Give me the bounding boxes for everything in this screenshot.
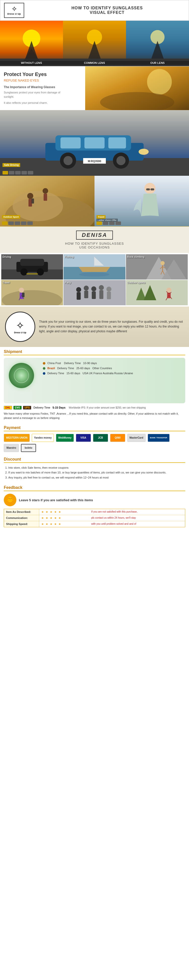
protect-desc2: sunlight. — [4, 95, 81, 99]
route-2-dest2: Other Countries — [93, 367, 112, 370]
svg-rect-34 — [28, 199, 32, 207]
outdoor-left-text: Outdoor Sport — [3, 216, 19, 218]
outdoor-right-text: Travel — [98, 216, 104, 218]
feedback-label-2: Communication: — [4, 515, 39, 521]
occasions-title-line2: USE OCCASIONS — [4, 245, 185, 249]
shipment-note: We have many other express Fedex, TNT ,A… — [4, 412, 185, 420]
travel-lens-3 — [109, 221, 115, 225]
carrier-ems: EMS — [13, 406, 22, 410]
occasion-label-driving: Driving — [3, 256, 11, 258]
svg-point-33 — [27, 193, 33, 199]
shipment-section: Shipment China Post Delivery Time 10-90 … — [0, 347, 189, 423]
feedback-row-1: Item As Described: ★ ★ ★ ★ ★ If you are … — [4, 509, 185, 515]
about-section: ✧ Dress U Up Thank you for your coming t… — [0, 307, 189, 347]
feedback-table: Item As Described: ★ ★ ★ ★ ★ If you are … — [4, 509, 185, 527]
svg-rect-20 — [60, 137, 80, 148]
route-item-2: Brazil Delivery Time 25-60 days Other Co… — [43, 367, 181, 370]
outdoor-left-lens-icons — [2, 221, 33, 225]
occasion-label-party: Party — [65, 281, 71, 284]
visual-effect-section: WITHOUT LENS COMMON LENS — [0, 21, 189, 66]
protect-image — [85, 67, 189, 110]
feedback-section: Feedback 🐥 Leave 5 stars if you are sati… — [0, 483, 189, 530]
shipment-circle — [9, 363, 34, 388]
feedback-emoji: 🐥 — [6, 496, 14, 504]
route-1-time: Delivery Time — [64, 361, 81, 364]
label-our-lens: OUR LENS — [126, 61, 189, 65]
shipment-inner-circle — [14, 368, 29, 383]
outdoor-lens-2 — [8, 221, 14, 225]
svg-rect-76 — [92, 291, 96, 299]
logo-brand: Dress U Up — [7, 13, 21, 15]
worldwide-note: Worldwide IPS: If your order amount over… — [69, 406, 146, 409]
svg-point-32 — [13, 191, 63, 221]
svg-rect-45 — [20, 259, 44, 266]
feedback-note-1: If you are not satisfied with this purch… — [89, 509, 185, 515]
svg-point-39 — [144, 183, 156, 194]
shipment-title: Shipment — [4, 350, 185, 355]
about-logo-symbol: ✧ — [16, 320, 24, 331]
travel-occ-svg — [1, 280, 63, 305]
payment-section: Payment WESTERN UNION Yandex money WebMo… — [0, 423, 189, 455]
svg-rect-48 — [27, 273, 38, 274]
outdoor-right-lens-icons — [96, 221, 121, 225]
occasion-travel: Travel — [1, 280, 63, 305]
route-2-text: Brazil Delivery Time 25-60 days Other Co… — [47, 367, 112, 370]
payment-logos: WESTERN UNION Yandex money WebMoney VISA… — [4, 434, 185, 452]
webmoney-label: WebMoney — [58, 436, 72, 439]
feedback-header: 🐥 Leave 5 stars if you are satisfied wit… — [4, 494, 185, 506]
travel-lens-1 — [96, 221, 102, 225]
mastercard-label: MasterCard — [129, 436, 143, 439]
occasion-climbing: Rock climbing — [126, 254, 188, 280]
feedback-note-3: with you until problem solved and and of — [89, 521, 185, 527]
occasions-title-line1: HOW TO IDENTIFY SUNGLASSES — [4, 242, 185, 245]
safe-driving-label: Safe Driving — [3, 163, 20, 167]
payment-boleto: boleto — [21, 444, 36, 452]
occasions-grid: Driving Fishing Rock — [0, 253, 189, 307]
svg-point-29 — [139, 149, 149, 155]
feedback-icon: 🐥 — [4, 494, 16, 506]
discount-item-1: Into store, click Sale Items, then recei… — [8, 465, 185, 471]
about-text: Thank you for your coming to our store, … — [39, 320, 184, 334]
occasion-party: Party — [63, 280, 125, 305]
discount-section: Discount Into store, click Sale Items, t… — [0, 455, 189, 483]
road-svg-3 — [126, 21, 189, 66]
travel-lens-4 — [115, 221, 121, 225]
logo-symbol: ✧ — [11, 6, 17, 13]
discount-item-2: If you want to mix batches of more than … — [8, 470, 185, 475]
lens-icon-1 — [3, 171, 8, 175]
svg-point-77 — [99, 285, 104, 290]
svg-point-24 — [63, 156, 72, 165]
logo: ✧ Dress U Up — [4, 3, 24, 18]
svg-text:M·RQ3590: M·RQ3590 — [88, 159, 101, 162]
carrier-dhl: DHL — [4, 406, 12, 410]
outdoor-left-label: Outdoor Sport — [2, 215, 20, 219]
svg-rect-40 — [146, 188, 150, 190]
svg-point-14 — [147, 69, 172, 94]
boleto-label: boleto — [25, 447, 32, 449]
svg-rect-21 — [84, 137, 105, 148]
svg-point-46 — [20, 269, 27, 275]
road-svg-2 — [63, 21, 126, 66]
payment-webmoney: WebMoney — [56, 434, 74, 442]
svg-rect-36 — [44, 194, 47, 201]
payment-western-union: WESTERN UNION — [4, 434, 30, 442]
party-svg — [63, 280, 125, 305]
feedback-row-3: Shipping Speed: ★ ★ ★ ★ ★ with you until… — [4, 521, 185, 527]
qiwi-label: QIWI — [115, 436, 120, 439]
lens-icon-4 — [21, 171, 27, 175]
route-3-dest: USA UK France Australia Russia Ukraine — [82, 372, 133, 375]
svg-rect-37 — [32, 199, 34, 204]
protect-section: Protect Your Eyes REFUSE NAKED EYES The … — [0, 66, 189, 110]
svg-rect-41 — [150, 188, 154, 190]
protect-subtitle: REFUSE NAKED EYES — [4, 78, 81, 82]
route-2-dest: Brazil — [47, 367, 55, 370]
feedback-note-2: pls contact us within 24 hours, we'll st… — [89, 515, 185, 521]
route-1-days: 10-90 days — [83, 361, 97, 364]
occasion-driving: Driving — [1, 254, 63, 280]
feedback-label-1: Item As Described: — [4, 509, 39, 515]
svg-point-65 — [19, 288, 24, 293]
maestro-label: Maestro — [6, 447, 16, 449]
route-3-time: Delivery Time — [47, 372, 64, 375]
protect-desc3: It also reflects your personal charm. — [4, 101, 81, 105]
outdoor-right-label: Travel — [96, 215, 106, 219]
